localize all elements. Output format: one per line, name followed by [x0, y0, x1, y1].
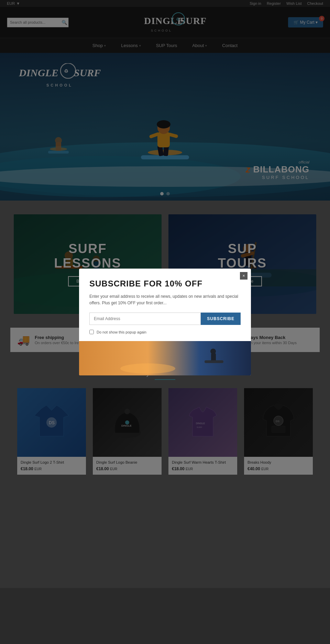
popup-overlay: × SUBSCRIBE FOR 10% OFF Enter your email… — [0, 0, 330, 588]
svg-point-57 — [120, 363, 175, 374]
popup-bottom-image — [79, 341, 251, 375]
popup-email-row: SUBSCRIBE — [89, 313, 241, 325]
popup-close-button[interactable]: × — [240, 272, 248, 280]
popup-checkbox-row: Do not show this popup again — [89, 330, 241, 334]
popup-description: Enter your email address to receive all … — [89, 293, 241, 306]
popup-email-input[interactable] — [89, 313, 201, 325]
popup-sunset-svg — [79, 341, 251, 375]
svg-rect-60 — [205, 360, 223, 363]
popup-title: SUBSCRIBE FOR 10% OFF — [89, 279, 241, 289]
subscribe-popup: × SUBSCRIBE FOR 10% OFF Enter your email… — [79, 269, 251, 375]
popup-subscribe-button[interactable]: SUBSCRIBE — [201, 313, 241, 325]
no-show-popup-checkbox[interactable] — [89, 330, 94, 334]
no-show-popup-label[interactable]: Do not show this popup again — [97, 330, 146, 334]
popup-content: SUBSCRIBE FOR 10% OFF Enter your email a… — [79, 269, 251, 341]
